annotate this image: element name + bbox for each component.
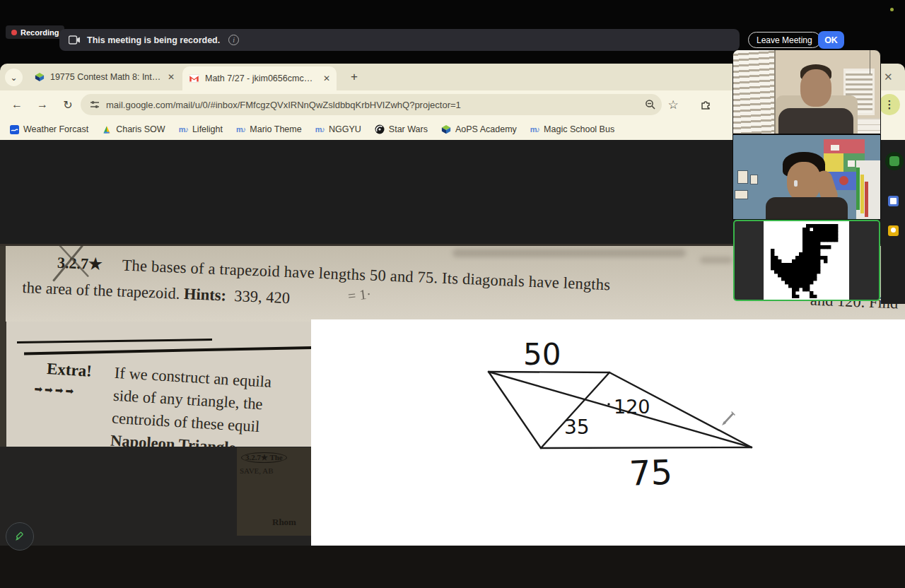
dino-avatar-icon (771, 224, 841, 298)
page-bleed-texture (452, 249, 686, 257)
door-panel (856, 160, 881, 220)
bookmark-label: Star Wars (389, 124, 428, 134)
music-note-icon: m♪ (530, 125, 539, 134)
extra-line: centroids of these equil (111, 409, 259, 436)
info-icon[interactable]: i (228, 35, 239, 45)
label-mid-segment: 35 (564, 416, 590, 439)
handwritten-mark: = 1· (347, 286, 372, 304)
status-dot (890, 8, 894, 11)
zoom-meeting-window: Recording This meeting is being recorded… (0, 0, 905, 588)
picture-frame (735, 190, 748, 199)
extra-line: Napoleon Triangle (110, 432, 237, 447)
tab-title: Math 7/27 - jkim0656cmcs@gm (205, 74, 317, 83)
bookmark-star-wars[interactable]: Star Wars (375, 124, 428, 134)
recording-indicator: Recording (6, 25, 64, 39)
pencil-icon (13, 529, 27, 543)
aops-cube-icon (35, 72, 45, 82)
picture-frame (750, 175, 758, 184)
calendar-icon[interactable] (888, 196, 899, 206)
video-camera-icon (69, 35, 81, 45)
bookmark-label: Weather Forcast (23, 124, 88, 134)
new-tab-button[interactable]: + (346, 69, 363, 86)
pencil-cursor-icon (722, 412, 735, 425)
leave-meeting-button[interactable]: Leave Meeting (748, 32, 821, 48)
recording-label: Recording (21, 28, 59, 37)
music-note-icon: m♪ (179, 125, 188, 134)
tab-gmail-math[interactable]: Math 7/27 - jkim0656cmcs@gm ✕ (182, 66, 337, 90)
bookmark-charis-sow[interactable]: Charis SOW (102, 124, 165, 134)
page-bleed-texture (700, 257, 732, 264)
ok-button[interactable]: OK (818, 31, 844, 49)
picture-frame (737, 170, 748, 184)
tab-title: 19775 Contest Math 8: Intro to (50, 72, 162, 82)
earbud (794, 180, 798, 187)
bookmark-label: Lifelight (192, 124, 223, 134)
keep-icon[interactable] (888, 225, 899, 236)
forward-icon[interactable]: → (34, 96, 51, 113)
wall-decor (839, 176, 848, 185)
attachment-text: 3.2.7★ The (241, 452, 287, 463)
zoom-out-icon[interactable] (642, 96, 659, 113)
tab-close-icon[interactable]: ✕ (168, 72, 175, 82)
label-top-base: 50 (523, 337, 561, 372)
gmail-icon (189, 74, 199, 83)
music-note-icon: m♪ (236, 125, 245, 134)
extra-line: side of any triangle, the (112, 387, 263, 414)
participant-shoulders (778, 108, 853, 134)
extensions-puzzle-icon[interactable] (697, 96, 714, 113)
starwars-icon (375, 124, 385, 134)
aops-cube-icon (441, 124, 451, 134)
tab-close-icon[interactable]: ✕ (323, 74, 330, 83)
tab-search-chevron-icon[interactable]: ⌄ (5, 69, 23, 86)
side-panel-avatar-icon[interactable] (885, 152, 904, 170)
address-bar[interactable]: mail.google.com/mail/u/0/#inbox/FMfcgzQV… (81, 94, 662, 115)
bookmark-magic-school-bus[interactable]: m♪ Magic School Bus (530, 124, 614, 134)
participant-shoulders (766, 197, 848, 220)
trapezoid-drawing: 50 120 35 75 (311, 319, 905, 546)
recording-dot-icon (11, 30, 17, 35)
label-diagonal: 120 (614, 396, 650, 418)
bookmark-mario-theme[interactable]: m♪ Mario Theme (236, 124, 302, 134)
lamp-cord (870, 50, 870, 74)
section-rule (24, 346, 311, 355)
participant-video-2[interactable] (732, 134, 881, 220)
arrows-icon: ➡➡➡➡ (34, 383, 76, 397)
bookmark-weather[interactable]: Weather Forcast (10, 124, 88, 134)
bookmark-label: NGGYU (329, 124, 361, 134)
reload-icon[interactable]: ↻ (59, 96, 76, 113)
close-icon[interactable]: ✕ (884, 71, 893, 83)
tab-contest-math[interactable]: 19775 Contest Math 8: Intro to ✕ (28, 66, 181, 88)
site-info-icon[interactable] (90, 100, 100, 109)
bookmark-label: AoPS Academy (455, 124, 517, 134)
bookmark-aops-academy[interactable]: AoPS Academy (441, 124, 517, 134)
bookmark-label: Magic School Bus (544, 124, 614, 134)
bottom-bar (0, 546, 905, 588)
bookmark-label: Mario Theme (250, 124, 301, 134)
dimmed-email-body: 3.2.7★ The SAVE, AB Rhom (0, 447, 311, 546)
window-shutters (733, 50, 776, 134)
browser-menu-icon[interactable]: ⋮ (879, 94, 900, 115)
bookmark-label: Charis SOW (116, 124, 165, 134)
bookmark-nggyu[interactable]: m♪ NGGYU (315, 124, 361, 134)
hints-values: 339, 420 (234, 287, 291, 307)
pen-dot (607, 403, 609, 405)
whiteboard-canvas[interactable]: 50 120 35 75 (311, 319, 905, 546)
extra-heading: Extra! (46, 360, 92, 381)
hints-label: Hints: (184, 285, 227, 304)
section-rule (17, 339, 212, 343)
participant-video-3-active-speaker[interactable] (733, 220, 880, 301)
annotate-button[interactable] (6, 522, 34, 551)
music-note-icon: m♪ (315, 125, 325, 134)
attachment-thumbnail[interactable]: 3.2.7★ The SAVE, AB Rhom (237, 447, 311, 536)
recording-banner: This meeting is being recorded. i (59, 29, 740, 51)
participant-video-1[interactable] (732, 49, 881, 134)
attachment-text: Rhom (272, 517, 296, 528)
attachment-text: SAVE, AB (240, 466, 273, 475)
label-bottom-base: 75 (629, 452, 673, 493)
bookmark-star-icon[interactable]: ☆ (665, 96, 682, 113)
textbook-extra-section: Extra! ➡➡➡➡ If we construct an equila si… (0, 322, 311, 447)
bookmark-lifelight[interactable]: m♪ Lifelight (179, 124, 223, 134)
pencil-cross-mark (48, 244, 92, 285)
participant-face (800, 69, 831, 107)
back-icon[interactable]: ← (8, 96, 25, 113)
